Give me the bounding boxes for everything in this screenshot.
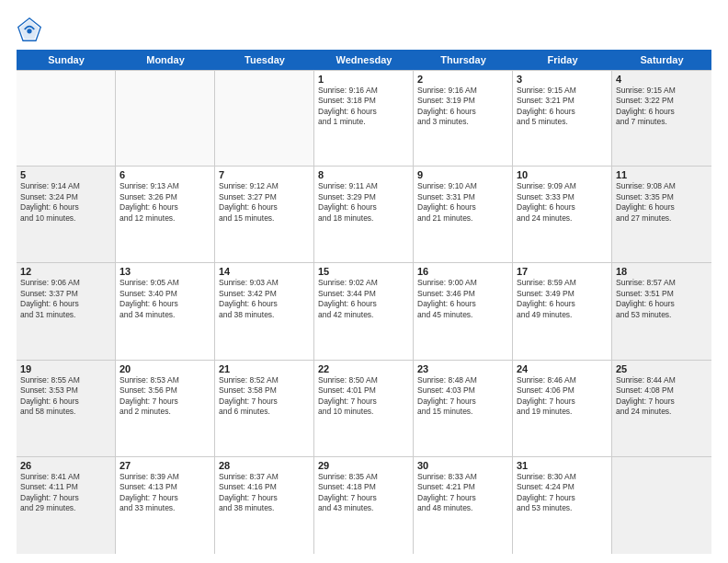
day-24: 24Sunrise: 8:46 AM Sunset: 4:06 PM Dayli…: [513, 361, 612, 456]
day-number: 8: [318, 169, 409, 180]
day-12: 12Sunrise: 9:06 AM Sunset: 3:37 PM Dayli…: [17, 263, 116, 359]
header-day-tuesday: Tuesday: [215, 50, 314, 70]
day-15: 15Sunrise: 9:02 AM Sunset: 3:44 PM Dayli…: [314, 263, 414, 359]
header-day-saturday: Saturday: [612, 50, 711, 70]
day-31: 31Sunrise: 8:30 AM Sunset: 4:24 PM Dayli…: [513, 457, 612, 554]
day-info: Sunrise: 8:35 AM Sunset: 4:18 PM Dayligh…: [318, 472, 409, 514]
day-info: Sunrise: 8:55 AM Sunset: 3:53 PM Dayligh…: [20, 375, 111, 418]
day-16: 16Sunrise: 9:00 AM Sunset: 3:46 PM Dayli…: [414, 263, 513, 359]
day-info: Sunrise: 8:30 AM Sunset: 4:24 PM Dayligh…: [517, 472, 608, 514]
day-8: 8Sunrise: 9:11 AM Sunset: 3:29 PM Daylig…: [314, 167, 414, 262]
week-5: 26Sunrise: 8:41 AM Sunset: 4:11 PM Dayli…: [17, 457, 711, 554]
day-6: 6Sunrise: 9:13 AM Sunset: 3:26 PM Daylig…: [116, 167, 215, 262]
day-info: Sunrise: 8:33 AM Sunset: 4:21 PM Dayligh…: [417, 472, 508, 514]
day-number: 3: [517, 74, 608, 85]
logo: [17, 17, 46, 42]
day-9: 9Sunrise: 9:10 AM Sunset: 3:31 PM Daylig…: [414, 167, 513, 262]
header-day-friday: Friday: [513, 50, 612, 70]
day-info: Sunrise: 9:11 AM Sunset: 3:29 PM Dayligh…: [318, 181, 409, 224]
calendar-header: SundayMondayTuesdayWednesdayThursdayFrid…: [17, 50, 711, 70]
day-number: 9: [417, 169, 508, 180]
day-28: 28Sunrise: 8:37 AM Sunset: 4:16 PM Dayli…: [215, 457, 314, 554]
day-number: 1: [318, 74, 409, 85]
header: [17, 17, 711, 42]
day-info: Sunrise: 8:52 AM Sunset: 3:58 PM Dayligh…: [219, 375, 310, 418]
empty-cell: [116, 71, 215, 166]
day-info: Sunrise: 9:12 AM Sunset: 3:27 PM Dayligh…: [219, 181, 310, 224]
day-29: 29Sunrise: 8:35 AM Sunset: 4:18 PM Dayli…: [314, 457, 414, 554]
day-30: 30Sunrise: 8:33 AM Sunset: 4:21 PM Dayli…: [414, 457, 513, 554]
header-day-wednesday: Wednesday: [314, 50, 414, 70]
day-18: 18Sunrise: 8:57 AM Sunset: 3:51 PM Dayli…: [612, 263, 711, 359]
day-14: 14Sunrise: 9:03 AM Sunset: 3:42 PM Dayli…: [215, 263, 314, 359]
day-27: 27Sunrise: 8:39 AM Sunset: 4:13 PM Dayli…: [116, 457, 215, 554]
calendar-body: 1Sunrise: 9:16 AM Sunset: 3:18 PM Daylig…: [17, 70, 711, 554]
day-info: Sunrise: 8:53 AM Sunset: 3:56 PM Dayligh…: [119, 375, 210, 418]
day-info: Sunrise: 9:15 AM Sunset: 3:21 PM Dayligh…: [517, 86, 608, 128]
day-number: 22: [318, 363, 409, 374]
calendar: SundayMondayTuesdayWednesdayThursdayFrid…: [17, 50, 711, 554]
day-info: Sunrise: 8:46 AM Sunset: 4:06 PM Dayligh…: [517, 375, 608, 418]
day-info: Sunrise: 8:39 AM Sunset: 4:13 PM Dayligh…: [119, 472, 210, 514]
day-info: Sunrise: 9:05 AM Sunset: 3:40 PM Dayligh…: [119, 278, 210, 320]
day-number: 20: [119, 363, 210, 374]
day-17: 17Sunrise: 8:59 AM Sunset: 3:49 PM Dayli…: [513, 263, 612, 359]
day-number: 15: [318, 266, 409, 277]
day-info: Sunrise: 9:16 AM Sunset: 3:18 PM Dayligh…: [318, 86, 409, 128]
day-number: 31: [517, 460, 608, 471]
day-info: Sunrise: 8:41 AM Sunset: 4:11 PM Dayligh…: [20, 472, 111, 514]
day-number: 18: [616, 266, 708, 277]
day-info: Sunrise: 9:14 AM Sunset: 3:24 PM Dayligh…: [20, 181, 111, 224]
day-number: 29: [318, 460, 409, 471]
day-info: Sunrise: 9:02 AM Sunset: 3:44 PM Dayligh…: [318, 278, 409, 320]
day-info: Sunrise: 9:08 AM Sunset: 3:35 PM Dayligh…: [616, 181, 708, 224]
day-25: 25Sunrise: 8:44 AM Sunset: 4:08 PM Dayli…: [612, 361, 711, 456]
day-number: 7: [219, 169, 310, 180]
day-number: 5: [20, 169, 111, 180]
empty-cell: [612, 457, 711, 554]
day-number: 21: [219, 363, 310, 374]
day-number: 24: [517, 363, 608, 374]
day-info: Sunrise: 9:10 AM Sunset: 3:31 PM Dayligh…: [417, 181, 508, 224]
day-4: 4Sunrise: 9:15 AM Sunset: 3:22 PM Daylig…: [612, 71, 711, 166]
day-number: 26: [20, 460, 111, 471]
day-info: Sunrise: 9:15 AM Sunset: 3:22 PM Dayligh…: [616, 86, 708, 128]
day-number: 2: [417, 74, 508, 85]
week-3: 12Sunrise: 9:06 AM Sunset: 3:37 PM Dayli…: [17, 263, 711, 360]
day-info: Sunrise: 9:16 AM Sunset: 3:19 PM Dayligh…: [417, 86, 508, 128]
day-number: 16: [417, 266, 508, 277]
logo-icon: [17, 17, 42, 42]
day-info: Sunrise: 9:13 AM Sunset: 3:26 PM Dayligh…: [119, 181, 210, 224]
day-number: 10: [517, 169, 608, 180]
header-day-thursday: Thursday: [414, 50, 513, 70]
week-4: 19Sunrise: 8:55 AM Sunset: 3:53 PM Dayli…: [17, 361, 711, 457]
day-23: 23Sunrise: 8:48 AM Sunset: 4:03 PM Dayli…: [414, 361, 513, 456]
svg-point-2: [27, 29, 31, 33]
day-2: 2Sunrise: 9:16 AM Sunset: 3:19 PM Daylig…: [414, 71, 513, 166]
day-number: 25: [616, 363, 708, 374]
day-20: 20Sunrise: 8:53 AM Sunset: 3:56 PM Dayli…: [116, 361, 215, 456]
day-info: Sunrise: 9:00 AM Sunset: 3:46 PM Dayligh…: [417, 278, 508, 320]
day-22: 22Sunrise: 8:50 AM Sunset: 4:01 PM Dayli…: [314, 361, 414, 456]
day-number: 30: [417, 460, 508, 471]
header-day-monday: Monday: [116, 50, 215, 70]
day-11: 11Sunrise: 9:08 AM Sunset: 3:35 PM Dayli…: [612, 167, 711, 262]
day-7: 7Sunrise: 9:12 AM Sunset: 3:27 PM Daylig…: [215, 167, 314, 262]
day-1: 1Sunrise: 9:16 AM Sunset: 3:18 PM Daylig…: [314, 71, 414, 166]
day-number: 12: [20, 266, 111, 277]
day-info: Sunrise: 8:57 AM Sunset: 3:51 PM Dayligh…: [616, 278, 708, 320]
day-26: 26Sunrise: 8:41 AM Sunset: 4:11 PM Dayli…: [17, 457, 116, 554]
day-number: 27: [119, 460, 210, 471]
day-13: 13Sunrise: 9:05 AM Sunset: 3:40 PM Dayli…: [116, 263, 215, 359]
day-number: 14: [219, 266, 310, 277]
day-21: 21Sunrise: 8:52 AM Sunset: 3:58 PM Dayli…: [215, 361, 314, 456]
day-info: Sunrise: 8:50 AM Sunset: 4:01 PM Dayligh…: [318, 375, 409, 418]
empty-cell: [215, 71, 314, 166]
day-number: 17: [517, 266, 608, 277]
day-number: 19: [20, 363, 111, 374]
day-number: 28: [219, 460, 310, 471]
day-number: 11: [616, 169, 708, 180]
day-number: 6: [119, 169, 210, 180]
page: SundayMondayTuesdayWednesdayThursdayFrid…: [0, 0, 728, 563]
day-info: Sunrise: 8:44 AM Sunset: 4:08 PM Dayligh…: [616, 375, 708, 418]
